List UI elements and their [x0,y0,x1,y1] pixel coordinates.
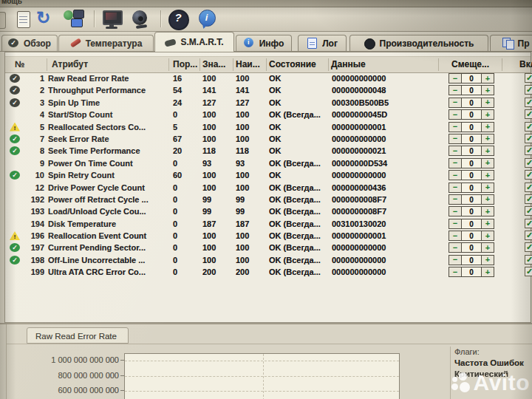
enabled-checkbox[interactable]: ✓ [525,134,532,143]
offset-decrease-button[interactable]: − [449,122,462,132]
chart-tab-raw-read-error-rate[interactable]: Raw Read Error Rate [27,327,129,344]
table-row[interactable]: ✓10Spin Retry Count60100100OK00000000000… [5,169,531,181]
table-row[interactable]: !196Reallocation Event Count0100100OK (В… [5,230,531,242]
offset-increase-button[interactable]: + [481,170,494,180]
monitor-icon[interactable] [101,9,122,30]
menu-item-help[interactable]: мощь [1,0,22,5]
enabled-checkbox[interactable]: ✓ [525,242,532,252]
offset-decrease-button[interactable]: − [449,170,462,180]
offset-increase-button[interactable]: + [481,206,494,216]
status-text: OK (Всегда... [269,157,332,169]
offset-decrease-button[interactable]: − [449,134,462,144]
offset-increase-button[interactable]: + [481,85,494,95]
enabled-checkbox[interactable]: ✓ [525,231,532,240]
table-row[interactable]: ✓2Throughput Performance54141141OK000000… [5,84,531,96]
table-row[interactable]: 12Drive Power Cycle Count0100100OK (Всег… [5,182,531,194]
offset-decrease-button[interactable]: − [449,109,462,120]
table-row[interactable]: 9Power On Time Count09393OK (Всегда...00… [5,157,531,169]
enabled-checkbox[interactable]: ✓ [525,73,532,83]
status-text: OK (Всегда... [269,194,332,205]
offset-increase-button[interactable]: + [481,242,494,253]
info-icon[interactable]: i [197,9,217,30]
col-header-num[interactable]: № [15,59,24,69]
table-row[interactable]: 199Ultra ATA CRC Error Co...0200200OK (В… [5,266,531,278]
offset-increase-button[interactable]: + [481,109,494,120]
enabled-checkbox[interactable]: ✓ [525,194,532,204]
offset-decrease-button[interactable]: − [449,231,462,241]
tab-инфо[interactable]: iИнфо [236,35,292,51]
table-row[interactable]: !5Reallocated Sectors Co...5100100OK0000… [5,121,531,133]
attribute-id: 4 [23,109,44,120]
attribute-id: 2 [23,84,44,96]
offset-increase-button[interactable]: + [481,73,494,83]
enabled-checkbox[interactable]: ✓ [525,267,532,276]
offset-increase-button[interactable]: + [481,146,494,156]
tab-обзор[interactable]: ✓Обзор [1,35,58,51]
enabled-checkbox[interactable]: ✓ [525,219,532,228]
tab-s-m-a-r-t-[interactable]: S.M.A.R.T. [154,32,234,52]
partial-toolbar-icon[interactable] [0,12,6,29]
attribute-name: Drive Power Cycle Count [48,182,171,194]
table-row[interactable]: 4Start/Stop Count0100100OK (Всегда...000… [5,109,531,120]
attribute-name: Disk Temperature [48,218,171,230]
enabled-checkbox[interactable]: ✓ [525,85,532,95]
offset-decrease-button[interactable]: − [449,194,462,205]
offset-increase-button[interactable]: + [481,194,494,205]
table-row[interactable]: ✓8Seek Time Performance20118118OK0000000… [5,145,531,157]
offset-increase-button[interactable]: + [481,219,494,229]
col-header-attribute[interactable]: Атрибут [52,59,88,69]
offset-decrease-button[interactable]: − [449,219,462,229]
tab-пр[interactable]: Пр [490,35,532,51]
tab-производительность[interactable]: Производительность [349,35,488,51]
table-row[interactable]: ✓1Raw Read Error Rate16100100OK000000000… [5,72,531,84]
enabled-checkbox[interactable]: ✓ [525,170,532,180]
offset-increase-button[interactable]: + [481,231,494,241]
enabled-checkbox[interactable]: ✓ [525,255,532,265]
col-header-value[interactable]: Зна... [202,59,225,69]
col-header-worst[interactable]: Наи... [236,59,260,69]
offset-increase-button[interactable]: + [481,98,494,108]
tab-лог[interactable]: Лог [298,35,347,51]
table-row[interactable]: ✓3Spin Up Time24127127OK000300B500B5−0+✓ [5,97,531,109]
enabled-checkbox[interactable]: ✓ [525,183,532,192]
enabled-checkbox[interactable]: ✓ [525,98,532,107]
offset-decrease-button[interactable]: − [449,206,462,216]
network-icon[interactable] [64,9,84,30]
offset-increase-button[interactable]: + [481,122,494,132]
enabled-checkbox[interactable]: ✓ [525,109,532,119]
offset-increase-button[interactable]: + [481,267,494,277]
col-header-data[interactable]: Данные [331,59,366,69]
offset-decrease-button[interactable]: − [449,242,462,253]
refresh-icon[interactable]: ↻ [35,9,56,30]
offset-decrease-button[interactable]: − [449,73,462,83]
offset-increase-button[interactable]: + [481,183,494,193]
help-icon[interactable]: ? [168,9,188,30]
table-row[interactable]: ✓198Off-Line Uncorrectable ...0100100OK … [5,254,531,266]
offset-decrease-button[interactable]: − [449,255,462,265]
enabled-checkbox[interactable]: ✓ [525,206,532,216]
report-icon[interactable] [13,9,34,30]
enabled-checkbox[interactable]: ✓ [525,158,532,168]
col-header-status[interactable]: Состояние [269,59,316,69]
offset-decrease-button[interactable]: − [449,158,462,168]
camera-icon[interactable] [130,9,151,30]
table-row[interactable]: ✓197Current Pending Sector...0100100OK (… [5,242,531,253]
offset-decrease-button[interactable]: − [449,85,462,95]
offset-decrease-button[interactable]: − [449,98,462,108]
col-header-enabled[interactable]: Вклю [519,59,532,69]
table-row[interactable]: ✓7Seek Error Rate67100100OK000000000000−… [5,133,531,145]
table-row[interactable]: 194Disk Temperature0187187OK (Всегда...0… [5,218,531,230]
offset-decrease-button[interactable]: − [449,146,462,156]
table-row[interactable]: 192Power off Retract Cycle ...09999OK (В… [5,194,531,205]
enabled-checkbox[interactable]: ✓ [525,146,532,155]
enabled-checkbox[interactable]: ✓ [525,122,532,132]
col-header-offset[interactable]: Смеще... [451,59,489,69]
offset-increase-button[interactable]: + [481,134,494,144]
table-row[interactable]: 193Load/Unload Cycle Cou...09999OK (Всег… [5,205,531,217]
col-header-threshold[interactable]: Пор... [173,59,197,69]
offset-increase-button[interactable]: + [481,158,494,168]
offset-decrease-button[interactable]: − [449,183,462,193]
tab-температура[interactable]: Температура [58,35,154,51]
offset-increase-button[interactable]: + [481,255,494,265]
offset-decrease-button[interactable]: − [449,267,462,277]
